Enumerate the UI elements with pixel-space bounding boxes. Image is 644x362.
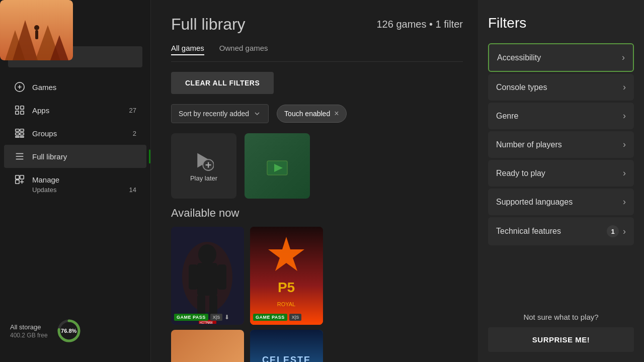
xis-badge-persona: X|S — [289, 314, 302, 321]
game-card-firewatch[interactable]: FIREWATCH — [171, 330, 244, 362]
svg-text:P5: P5 — [278, 280, 295, 295]
full-library-label: Full library — [32, 152, 136, 161]
filter-genre-label: Genre — [496, 112, 518, 121]
gamepass-badge-hitman: GAME PASS — [174, 314, 208, 321]
svg-rect-12 — [21, 106, 24, 109]
groups-badge: 2 — [133, 130, 136, 137]
svg-text:ROYAL: ROYAL — [277, 301, 295, 307]
tab-all-games[interactable]: All games — [171, 44, 204, 55]
games-row-top: Play later — [171, 133, 463, 199]
game-count: 126 games • 1 filter — [376, 19, 463, 30]
hitman-badges: GAME PASS X|S ⬇ — [174, 314, 229, 321]
filter-ready-label: Ready to play — [496, 169, 545, 178]
chevron-right-icon-accessibility: › — [622, 52, 625, 63]
storage-section: All storage 400.2 GB free 76.8% — [0, 310, 150, 352]
sidebar-item-groups[interactable]: Groups 2 — [4, 122, 146, 145]
full-library-icon — [14, 151, 25, 162]
most-played-card[interactable] — [245, 133, 310, 199]
sort-dropdown[interactable]: Sort by recently added — [171, 104, 269, 123]
svg-rect-38 — [197, 263, 217, 296]
storage-free: 400.2 GB free — [10, 332, 48, 339]
chevron-right-icon-genre: › — [623, 111, 626, 121]
filter-accessibility-label: Accessibility — [497, 53, 541, 62]
svg-rect-11 — [16, 106, 19, 109]
filters-panel: Filters Accessibility › Console types › … — [478, 0, 644, 362]
chevron-right-icon-languages: › — [623, 197, 626, 207]
filter-item-supported-languages[interactable]: Supported languages › — [488, 189, 634, 215]
games-icon — [14, 81, 25, 93]
play-later-icon — [194, 150, 214, 170]
svg-rect-39 — [189, 264, 198, 290]
svg-rect-15 — [16, 129, 19, 132]
not-sure-label: Not sure what to play? — [488, 313, 634, 321]
svg-rect-16 — [20, 129, 24, 132]
filters-title: Filters — [488, 15, 634, 31]
chevron-right-icon-console: › — [623, 82, 626, 93]
touch-enabled-filter-tag[interactable]: Touch enabled × — [277, 105, 346, 123]
chevron-down-icon — [253, 110, 261, 118]
tab-owned-games[interactable]: Owned games — [219, 44, 268, 55]
groups-label: Groups — [32, 129, 126, 138]
game-card-celeste[interactable]: CELESTE — [250, 330, 323, 362]
filter-tag-label: Touch enabled — [284, 110, 330, 118]
persona-badges: GAME PASS X|S — [253, 314, 301, 321]
apps-badge: 27 — [129, 107, 136, 114]
svg-rect-17 — [16, 133, 19, 135]
chevron-right-icon-technical: › — [623, 226, 626, 237]
storage-percent: 76.8% — [61, 328, 76, 334]
filter-item-ready-to-play[interactable]: Ready to play › — [488, 160, 634, 187]
groups-icon — [14, 128, 25, 139]
chevron-right-icon-ready: › — [623, 168, 626, 178]
svg-rect-26 — [16, 180, 19, 184]
play-later-label: Play later — [190, 174, 217, 182]
clear-all-filters-button[interactable]: CLEAR ALL FILTERS — [171, 72, 274, 94]
play-later-card[interactable]: Play later — [171, 133, 236, 199]
filter-item-technical-features[interactable]: Technical features 1 › — [488, 217, 634, 245]
gamepass-badge-persona: GAME PASS — [253, 314, 287, 321]
xis-badge-hitman: X|S — [210, 314, 223, 321]
filter-bar: CLEAR ALL FILTERS — [171, 72, 463, 94]
manage-icon — [14, 174, 25, 185]
page-title: Full library — [171, 15, 246, 34]
sidebar-item-full-library[interactable]: Full library — [4, 145, 146, 168]
filter-console-types-label: Console types — [496, 83, 547, 92]
game-card-persona[interactable]: P5 ROYAL GAME PASS X|S — [250, 227, 323, 325]
svg-text:HITMAN: HITMAN — [200, 321, 212, 325]
filter-item-console-types[interactable]: Console types › — [488, 74, 634, 101]
surprise-me-button[interactable]: SURPRISE ME! — [488, 327, 634, 352]
updates-badge: 14 — [129, 186, 136, 194]
filter-accessibility-right: › — [622, 52, 625, 63]
filter-technical-right: 1 › — [607, 225, 626, 237]
svg-rect-20 — [20, 136, 24, 137]
svg-rect-19 — [16, 136, 19, 137]
main-header: Full library 126 games • 1 filter — [171, 15, 463, 34]
celeste-label: CELESTE — [262, 355, 311, 363]
filter-item-accessibility[interactable]: Accessibility › — [488, 43, 634, 72]
svg-rect-40 — [217, 264, 226, 290]
filter-tag-close-icon[interactable]: × — [334, 109, 339, 118]
sidebar-item-games[interactable]: Games — [4, 75, 146, 99]
available-games-row: HITMAN GAME PASS X|S ⬇ — [171, 227, 463, 325]
chevron-right-icon-players: › — [623, 139, 626, 150]
filter-item-number-of-players[interactable]: Number of players › — [488, 131, 634, 158]
manage-label: Manage — [32, 175, 136, 184]
sort-label: Sort by recently added — [179, 110, 249, 118]
apps-icon — [14, 105, 25, 116]
svg-rect-24 — [16, 175, 19, 179]
svg-rect-13 — [16, 111, 19, 114]
not-sure-section: Not sure what to play? SURPRISE ME! — [488, 305, 634, 352]
sidebar-item-apps[interactable]: Apps 27 — [4, 99, 146, 122]
svg-rect-14 — [21, 111, 24, 114]
filter-technical-badge: 1 — [607, 225, 619, 237]
filter-languages-label: Supported languages — [496, 198, 573, 207]
game-card-hitman[interactable]: HITMAN GAME PASS X|S ⬇ — [171, 227, 244, 325]
updates-label: Updates — [32, 186, 56, 194]
filter-number-players-label: Number of players — [496, 140, 562, 149]
storage-ring: 76.8% — [56, 318, 82, 344]
filter-item-genre[interactable]: Genre › — [488, 103, 634, 129]
svg-rect-25 — [20, 175, 24, 179]
sidebar-item-manage[interactable]: Manage Updates 14 — [4, 168, 146, 200]
svg-point-37 — [198, 244, 216, 264]
available-now-label: Available now — [171, 207, 463, 220]
svg-rect-18 — [20, 133, 24, 135]
